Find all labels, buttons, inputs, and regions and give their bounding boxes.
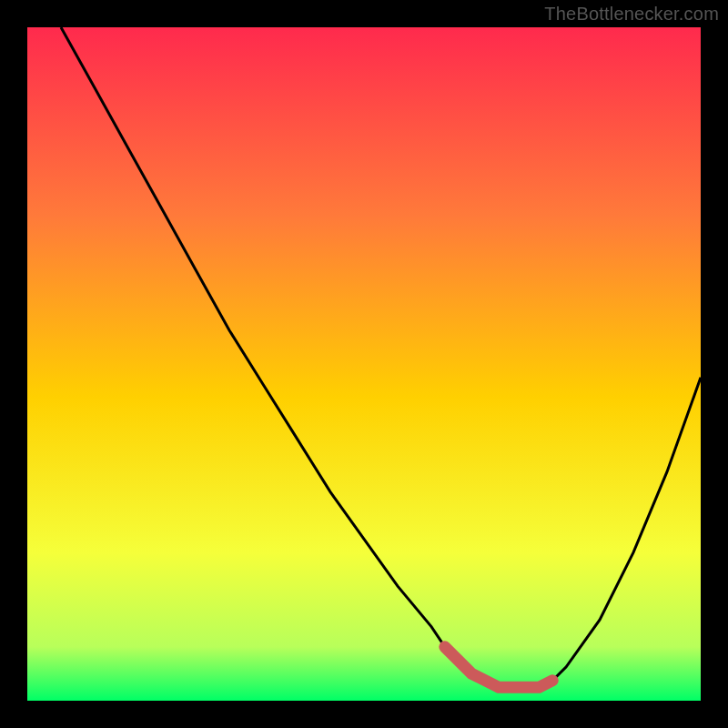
curve-line (61, 27, 701, 687)
source-attribution: TheBottlenecker.com (544, 4, 719, 25)
optimal-region-marker (445, 647, 552, 687)
bottleneck-curve (27, 27, 701, 701)
chart-frame: TheBottlenecker.com (0, 0, 728, 728)
plot-area (27, 27, 701, 701)
